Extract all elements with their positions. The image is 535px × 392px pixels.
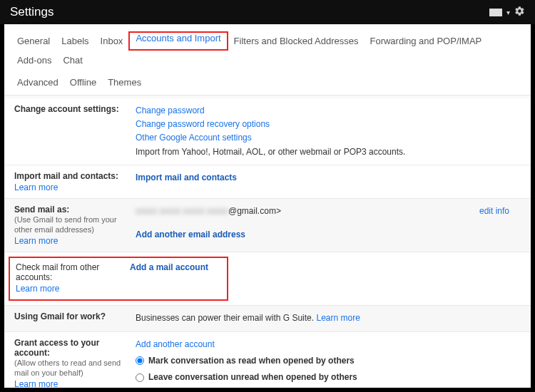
highlight-check-mail: Check mail from other accounts: Learn mo…: [9, 257, 228, 301]
mark-read-label: Mark conversation as read when opened by…: [148, 354, 355, 368]
tab-addons[interactable]: Add-ons: [11, 51, 57, 70]
import-mail-action[interactable]: Import mail and contacts: [136, 172, 237, 182]
grant-sub: (Allow others to read and send mail on y…: [14, 358, 130, 378]
tab-inbox[interactable]: Inbox: [95, 31, 129, 51]
dropdown-caret-icon[interactable]: ▾: [506, 9, 510, 16]
highlight-accounts-tab: Accounts and Import: [128, 31, 228, 51]
tab-chat[interactable]: Chat: [57, 51, 88, 70]
change-password-link[interactable]: Change password: [136, 105, 205, 115]
topbar: Settings ▾: [0, 0, 535, 24]
send-as-label: Send mail as:: [14, 205, 69, 215]
flag-icon: [489, 9, 502, 16]
send-as-suffix: @gmail.com>: [228, 206, 281, 216]
section-check-mail: Check mail from other accounts: Learn mo…: [4, 252, 531, 306]
section-gmail-work: Using Gmail for work? Businesses can pow…: [4, 306, 531, 331]
section-send-mail-as: Send mail as: (Use Gmail to send from yo…: [4, 199, 531, 253]
leave-unread-radio[interactable]: [136, 373, 144, 382]
section-change-account: Change account settings: Change password…: [4, 98, 531, 165]
edit-info-link[interactable]: edit info: [479, 205, 509, 218]
tab-offline[interactable]: Offline: [64, 73, 102, 92]
add-email-address-link[interactable]: Add another email address: [136, 229, 245, 239]
leave-unread-label: Leave conversation unread when opened by…: [148, 371, 357, 384]
mark-read-radio[interactable]: [136, 356, 144, 365]
tab-labels[interactable]: Labels: [56, 31, 94, 51]
work-label: Using Gmail for work?: [14, 311, 106, 321]
change-recovery-link[interactable]: Change password recovery options: [136, 119, 270, 129]
import-mail-label: Import mail and contacts:: [14, 171, 118, 181]
work-learn-more[interactable]: Learn more: [316, 313, 360, 323]
page-title: Settings: [10, 5, 54, 19]
grant-label: Grant access to your account:: [14, 338, 99, 358]
other-google-settings-link[interactable]: Other Google Account settings: [136, 133, 252, 143]
tabs-bar: General Labels Inbox Accounts and Import…: [4, 24, 531, 96]
change-account-label: Change account settings:: [14, 104, 119, 114]
import-learn-more[interactable]: Learn more: [14, 182, 130, 192]
work-desc: Businesses can power their email with G …: [136, 313, 316, 323]
add-mail-account-link[interactable]: Add a mail account: [130, 262, 208, 272]
tab-advanced[interactable]: Advanced: [11, 73, 64, 92]
tab-filters[interactable]: Filters and Blocked Addresses: [228, 31, 365, 51]
add-another-account-link[interactable]: Add another account: [136, 339, 215, 349]
tab-themes[interactable]: Themes: [102, 73, 147, 92]
check-mail-label: Check mail from other accounts:: [16, 262, 99, 282]
gear-icon[interactable]: [514, 6, 525, 19]
grant-learn-more[interactable]: Learn more: [14, 379, 130, 388]
send-as-learn-more[interactable]: Learn more: [14, 236, 130, 246]
section-grant-access: Grant access to your account: (Allow oth…: [4, 332, 531, 388]
check-mail-learn-more[interactable]: Learn more: [16, 284, 130, 294]
settings-page: General Labels Inbox Accounts and Import…: [4, 24, 531, 388]
import-desc-text: Import from Yahoo!, Hotmail, AOL, or oth…: [136, 145, 521, 159]
tab-accounts-import[interactable]: Accounts and Import: [130, 29, 226, 48]
tab-general[interactable]: General: [11, 31, 56, 51]
section-import-mail: Import mail and contacts: Learn more Imp…: [4, 165, 531, 199]
tab-forwarding[interactable]: Forwarding and POP/IMAP: [364, 31, 487, 51]
send-as-address-blurred: xxxxx xxxxx xxxxx xxxxx: [136, 205, 228, 218]
send-as-sub: (Use Gmail to send from your other email…: [14, 215, 130, 235]
